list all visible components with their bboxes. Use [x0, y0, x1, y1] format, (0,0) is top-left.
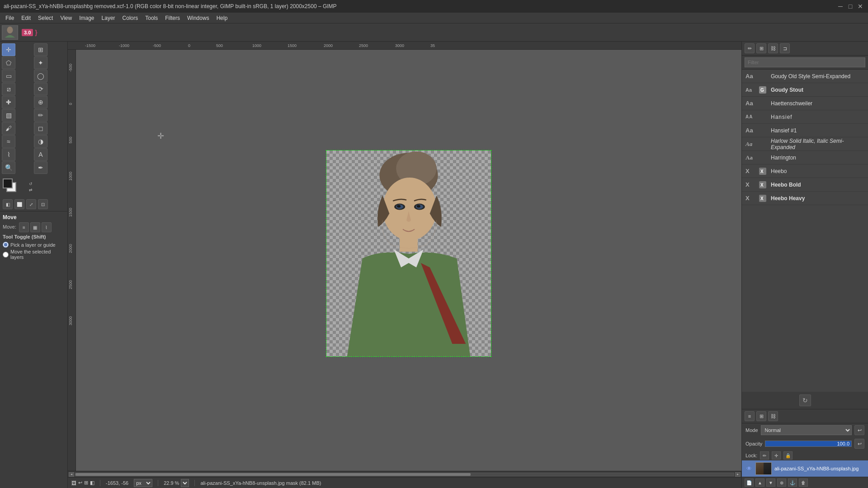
- font-filter-input[interactable]: [745, 57, 865, 67]
- minimize-button[interactable]: ─: [836, 2, 844, 10]
- quick-mask-button[interactable]: ◧: [3, 199, 13, 209]
- font-item-heebo-heavy[interactable]: X X Heebo Heavy: [742, 192, 868, 205]
- layer-tool-grid[interactable]: ⊞: [756, 411, 766, 421]
- font-list[interactable]: Aa Goudy Old Style Semi-Expanded Aa G Go…: [742, 70, 868, 392]
- paint-bucket-button[interactable]: ▧: [2, 109, 15, 122]
- image-window-button[interactable]: ⬜: [14, 199, 24, 209]
- ellipse-select-button[interactable]: ◯: [34, 70, 47, 82]
- menu-windows[interactable]: Windows: [184, 14, 213, 22]
- canvas-container[interactable]: ✛: [76, 50, 741, 471]
- delete-layer-button[interactable]: 🗑: [799, 479, 808, 487]
- font-item-heebo-bold[interactable]: X X Heebo Bold: [742, 178, 868, 192]
- font-item-goudy-stout[interactable]: Aa G Goudy Stout: [742, 83, 868, 97]
- menu-file[interactable]: File: [2, 14, 18, 22]
- smudge-button[interactable]: ≈: [2, 135, 15, 148]
- opacity-bar[interactable]: 100.0: [765, 441, 852, 447]
- duplicate-layer-button[interactable]: ⊕: [777, 479, 786, 487]
- heal-tool-button[interactable]: ✚: [2, 96, 15, 108]
- scroll-left-button[interactable]: ◂: [69, 472, 74, 477]
- font-item-haettenschweiler[interactable]: Aa Haettenschweiler: [742, 97, 868, 110]
- align-tool-button[interactable]: ⊞: [34, 43, 47, 56]
- reset-colors-button[interactable]: ↺: [29, 182, 33, 186]
- layer-tool-list[interactable]: ≡: [745, 411, 755, 421]
- unit-dropdown[interactable]: px mm in: [134, 479, 152, 487]
- crop-tool-button[interactable]: ⧄: [2, 83, 15, 95]
- menu-help[interactable]: Help: [213, 14, 231, 22]
- fuzzy-select-button[interactable]: ✦: [34, 56, 47, 69]
- maximize-button[interactable]: □: [846, 2, 854, 10]
- image-thumbnail[interactable]: [2, 25, 18, 40]
- lower-layer-button[interactable]: ▼: [766, 479, 775, 487]
- transform-tool-button[interactable]: ⟳: [34, 83, 47, 95]
- pencil-button[interactable]: ✏: [34, 109, 47, 122]
- mode-dropdown[interactable]: Normal Multiply Screen: [761, 425, 852, 435]
- status-image-icon[interactable]: 🖼: [71, 480, 76, 486]
- move-selection-icon[interactable]: ▦: [30, 222, 40, 232]
- opacity-reset-btn[interactable]: ↩: [854, 439, 864, 449]
- menu-edit[interactable]: Edit: [18, 14, 34, 22]
- menu-image[interactable]: Image: [75, 14, 98, 22]
- window-controls[interactable]: ─ □ ✕: [836, 2, 864, 10]
- layer-row[interactable]: 👁 ali-pazani-SS_xYa-hNB8-unsplash.jpg: [742, 460, 868, 477]
- free-select-button[interactable]: ⬠: [2, 56, 15, 69]
- status-history-icon[interactable]: ↩: [78, 480, 82, 486]
- gimp-mode-button[interactable]: ⊡: [38, 199, 48, 209]
- swap-colors-button[interactable]: ⇄: [29, 188, 33, 192]
- rect-select-button[interactable]: ▭: [2, 70, 15, 82]
- move-path-icon[interactable]: ⌇: [42, 222, 52, 232]
- font-item-hansief[interactable]: AA Hansief: [742, 110, 868, 124]
- paintbrush-button[interactable]: 🖌: [2, 122, 15, 135]
- close-button[interactable]: ✕: [856, 2, 864, 10]
- refresh-fonts-button[interactable]: ↻: [799, 394, 811, 406]
- lock-position-btn[interactable]: ✛: [772, 451, 781, 460]
- foreground-color-swatch[interactable]: [3, 178, 13, 188]
- mode-extra-btn[interactable]: ↩: [854, 425, 864, 435]
- status-grid-icon[interactable]: ⊞: [84, 480, 88, 486]
- zoom-dropdown[interactable]: ▾: [181, 479, 189, 487]
- menu-filters[interactable]: Filters: [161, 14, 184, 22]
- dodge-burn-button[interactable]: ◑: [34, 135, 47, 148]
- menu-select[interactable]: Select: [34, 14, 57, 22]
- scroll-right-button[interactable]: ▸: [735, 472, 741, 477]
- font-item-goudy-old[interactable]: Aa Goudy Old Style Semi-Expanded: [742, 70, 868, 83]
- move-tool-button[interactable]: ✛: [2, 43, 15, 56]
- raise-layer-button[interactable]: ▲: [755, 479, 764, 487]
- fg-bg-colors[interactable]: [3, 178, 21, 195]
- radio-pick-layer[interactable]: Pick a layer or guide: [3, 242, 65, 248]
- menu-colors[interactable]: Colors: [119, 14, 142, 22]
- layer-visibility-icon[interactable]: 👁: [745, 465, 753, 472]
- eraser-button[interactable]: ◻: [34, 122, 47, 135]
- font-tool-tag[interactable]: ⊐: [780, 43, 790, 53]
- font-tool-grid[interactable]: ⊞: [756, 43, 766, 53]
- status-quick-mask-icon[interactable]: ◧: [90, 480, 94, 486]
- scrollbar-horizontal[interactable]: ◂ ▸: [68, 471, 741, 477]
- menu-tools[interactable]: Tools: [142, 14, 161, 22]
- color-picker-button[interactable]: ✒: [34, 161, 47, 174]
- move-layer-icon[interactable]: ≡: [19, 222, 29, 232]
- anchor-layer-button[interactable]: ⚓: [788, 479, 797, 487]
- font-item-harrington[interactable]: Aa Harrington: [742, 151, 868, 164]
- scroll-thumb-h[interactable]: [75, 473, 471, 476]
- scroll-track-h[interactable]: [75, 473, 734, 476]
- canvas-image[interactable]: [326, 150, 491, 357]
- font-tool-pencil[interactable]: ✏: [745, 43, 755, 53]
- font-tool-link[interactable]: ⛓: [768, 43, 778, 53]
- status-unit-select[interactable]: px mm in: [134, 479, 152, 487]
- radio-move-selected-input[interactable]: [3, 252, 9, 258]
- path-tool-button[interactable]: ⌇: [2, 148, 15, 161]
- font-item-harlow[interactable]: Aa Harlow Solid Italic, Italic Semi-Expa…: [742, 137, 868, 151]
- lock-all-btn[interactable]: 🔒: [783, 451, 793, 460]
- layer-tool-chain[interactable]: ⛓: [768, 411, 778, 421]
- clone-tool-button[interactable]: ⊕: [34, 96, 47, 108]
- radio-pick-layer-input[interactable]: [3, 242, 9, 248]
- font-item-heebo[interactable]: X X Heebo: [742, 164, 868, 178]
- radio-move-selected[interactable]: Move the selected layers: [3, 249, 65, 260]
- lock-pixel-btn[interactable]: ✏: [760, 451, 769, 460]
- menu-view[interactable]: View: [57, 14, 75, 22]
- fullscreen-button[interactable]: ⤢: [26, 199, 36, 209]
- new-layer-button[interactable]: 📄: [745, 479, 754, 487]
- text-tool-button[interactable]: A: [34, 148, 47, 161]
- font-item-hansief1[interactable]: Aa Hansief #1: [742, 124, 868, 137]
- menu-layer[interactable]: Layer: [98, 14, 119, 22]
- zoom-tool-button[interactable]: 🔍: [2, 161, 15, 174]
